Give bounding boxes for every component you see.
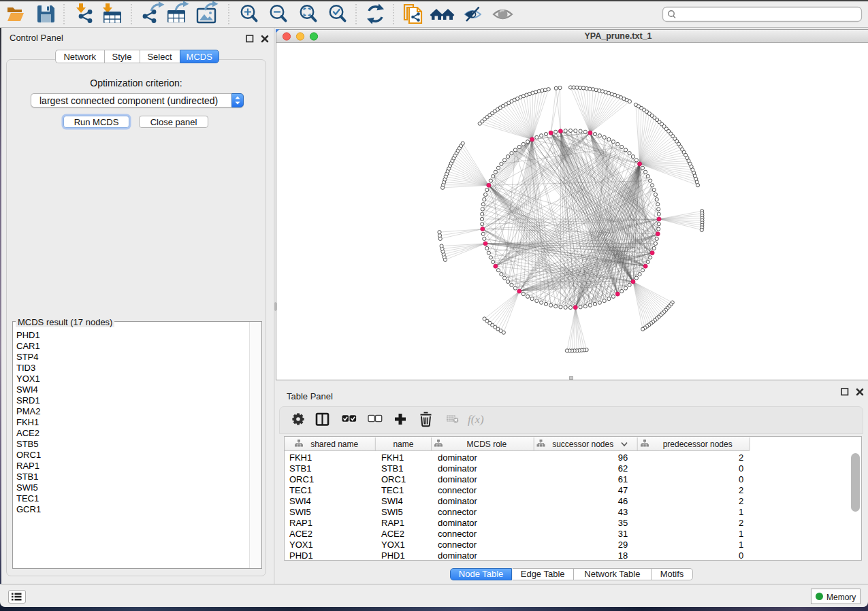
- svg-text:f(x): f(x): [468, 413, 484, 426]
